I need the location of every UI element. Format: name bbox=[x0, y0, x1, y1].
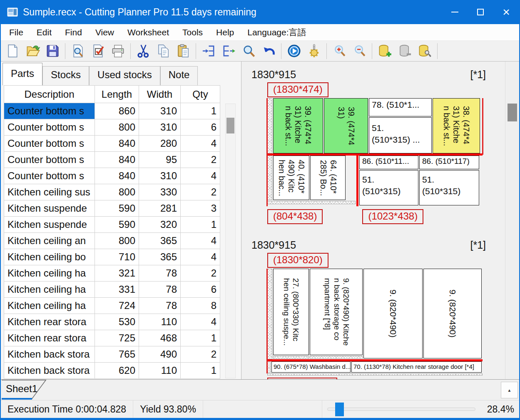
cell-description[interactable]: Kitchen suspende bbox=[4, 217, 95, 233]
close-button[interactable]: × bbox=[493, 0, 519, 24]
copy-button[interactable] bbox=[153, 42, 173, 60]
open-file-button[interactable] bbox=[22, 42, 42, 60]
cell-description[interactable]: Kitchen ceiling ha bbox=[4, 282, 95, 298]
cell-length[interactable]: 840 bbox=[95, 152, 139, 168]
cell-length[interactable]: 331 bbox=[95, 282, 139, 298]
cell-qty[interactable]: 8 bbox=[181, 298, 220, 314]
cell-length[interactable]: 800 bbox=[95, 119, 139, 136]
tab-parts[interactable]: Parts bbox=[2, 63, 42, 85]
part-cell[interactable]: 9. (820*490) Kitche n back storage co mp… bbox=[310, 269, 363, 355]
cell-description[interactable]: Kitchen back stora bbox=[4, 363, 95, 379]
cell-length[interactable]: 840 bbox=[95, 168, 139, 184]
new-file-button[interactable] bbox=[2, 42, 22, 60]
cell-width[interactable]: 78 bbox=[139, 282, 181, 298]
cell-length[interactable]: 710 bbox=[95, 249, 139, 265]
cell-length[interactable]: 590 bbox=[95, 200, 139, 217]
menu-help[interactable]: Help bbox=[209, 25, 241, 40]
cell-length[interactable]: 590 bbox=[95, 217, 139, 233]
run-button[interactable] bbox=[284, 42, 304, 60]
cell-qty[interactable]: 4 bbox=[181, 168, 220, 184]
cell-length[interactable]: 725 bbox=[95, 330, 139, 346]
cell-description[interactable]: Kitchen ceiling bo bbox=[4, 249, 95, 265]
cell-qty[interactable]: 4 bbox=[181, 249, 220, 265]
cell-qty[interactable]: 6 bbox=[181, 119, 220, 136]
cell-length[interactable]: 800 bbox=[95, 233, 139, 249]
cell-description[interactable]: Kitchen ceiling sus bbox=[4, 184, 95, 200]
panel-expand-button[interactable]: ▲ bbox=[501, 382, 518, 398]
scrollbar-thumb[interactable] bbox=[226, 118, 234, 133]
cell-width[interactable]: 110 bbox=[139, 363, 181, 379]
cell-description[interactable]: Kitchen ceiling ha bbox=[4, 265, 95, 282]
cell-length[interactable]: 840 bbox=[95, 136, 139, 152]
scrollbar-thumb[interactable] bbox=[508, 104, 517, 121]
cell-width[interactable]: 365 bbox=[139, 249, 181, 265]
cell-qty[interactable]: 1 bbox=[181, 330, 220, 346]
search-button[interactable] bbox=[239, 42, 259, 60]
menu-view[interactable]: View bbox=[89, 25, 121, 40]
cell-width[interactable]: 281 bbox=[139, 200, 181, 217]
part-cell[interactable]: 9. (820*490) bbox=[363, 269, 423, 358]
part-cell[interactable]: 86. (510*117) bbox=[419, 156, 479, 169]
part-cell[interactable]: 39. (474*4 31) Kitche n back st... bbox=[273, 98, 323, 153]
menu-file[interactable]: File bbox=[2, 25, 30, 40]
cell-description[interactable]: Kitchen rear stora bbox=[4, 314, 95, 330]
part-cell[interactable]: 51. (510*315) bbox=[359, 170, 418, 205]
zoom-out-button[interactable] bbox=[349, 42, 369, 60]
cell-width[interactable]: 330 bbox=[139, 184, 181, 200]
menu-language-[interactable]: Language:言語 bbox=[241, 24, 313, 41]
cell-width[interactable]: 78 bbox=[139, 298, 181, 314]
cell-width[interactable]: 78 bbox=[139, 265, 181, 282]
cell-width[interactable]: 280 bbox=[139, 136, 181, 152]
cell-description[interactable]: Counter bottom s bbox=[4, 103, 95, 119]
part-cell[interactable]: 27. (800*330) Kitc hen ceiling suspe... bbox=[273, 269, 309, 355]
cell-width[interactable]: 310 bbox=[139, 119, 181, 136]
cell-qty[interactable]: 2 bbox=[181, 184, 220, 200]
maximize-button[interactable] bbox=[468, 0, 493, 24]
cell-length[interactable]: 724 bbox=[95, 298, 139, 314]
cell-description[interactable]: Kitchen rear stora bbox=[4, 330, 95, 346]
cell-width[interactable]: 468 bbox=[139, 330, 181, 346]
cut-button[interactable] bbox=[133, 42, 153, 60]
cell-description[interactable]: Kitchen suspende bbox=[4, 200, 95, 217]
part-cell[interactable]: 78. (510*1... bbox=[369, 98, 432, 116]
cell-width[interactable]: 320 bbox=[139, 217, 181, 233]
cell-qty[interactable]: 4 bbox=[181, 314, 220, 330]
print-button[interactable] bbox=[108, 42, 128, 60]
cell-length[interactable]: 765 bbox=[95, 346, 139, 363]
save-button[interactable] bbox=[42, 42, 62, 60]
cell-width[interactable]: 310 bbox=[139, 168, 181, 184]
tab-used-stocks[interactable]: Used stocks bbox=[89, 66, 160, 85]
sheet-tab-sheet1[interactable]: Sheet1 bbox=[2, 380, 52, 400]
zoom-slider-track[interactable] bbox=[327, 408, 475, 411]
cell-qty[interactable]: 2 bbox=[181, 265, 220, 282]
cell-description[interactable]: Counter bottom s bbox=[4, 136, 95, 152]
cell-qty[interactable]: 4 bbox=[181, 233, 220, 249]
column-header-length[interactable]: Length bbox=[95, 86, 139, 103]
cell-qty[interactable]: 4 bbox=[181, 136, 220, 152]
stock-key-button[interactable] bbox=[415, 42, 435, 60]
cell-length[interactable]: 860 bbox=[95, 103, 139, 119]
part-cell[interactable]: 64. (410* 285) Bo... bbox=[310, 156, 346, 200]
undo-button[interactable] bbox=[259, 42, 279, 60]
tab-note[interactable]: Note bbox=[160, 66, 198, 85]
cell-qty[interactable]: 3 bbox=[181, 200, 220, 217]
cell-description[interactable]: Counter bottom s bbox=[4, 152, 95, 168]
zoom-slider-thumb[interactable] bbox=[335, 403, 344, 416]
part-cell[interactable]: 86. (510*11... bbox=[359, 156, 418, 169]
part-cell[interactable]: 70. (1130*78) Kitchen rear storage door … bbox=[351, 361, 482, 373]
cell-length[interactable]: 321 bbox=[95, 265, 139, 282]
cell-width[interactable]: 365 bbox=[139, 233, 181, 249]
menu-worksheet[interactable]: Worksheet bbox=[121, 25, 176, 40]
print-check-button[interactable] bbox=[88, 42, 108, 60]
menu-tools[interactable]: Tools bbox=[176, 25, 209, 40]
cell-qty[interactable]: 2 bbox=[181, 346, 220, 363]
part-cell[interactable]: 9. (820*490) bbox=[423, 269, 482, 358]
parts-table-scrollbar[interactable] bbox=[225, 104, 236, 378]
insert-before-button[interactable] bbox=[199, 42, 219, 60]
cell-description[interactable]: Kitchen ceiling an bbox=[4, 233, 95, 249]
part-cell[interactable]: 51. (510*315) ... bbox=[369, 117, 432, 153]
stock-remove-button[interactable] bbox=[395, 42, 415, 60]
tab-stocks[interactable]: Stocks bbox=[42, 66, 89, 85]
cell-description[interactable]: Kitchen back stora bbox=[4, 346, 95, 363]
cell-length[interactable]: 530 bbox=[95, 314, 139, 330]
